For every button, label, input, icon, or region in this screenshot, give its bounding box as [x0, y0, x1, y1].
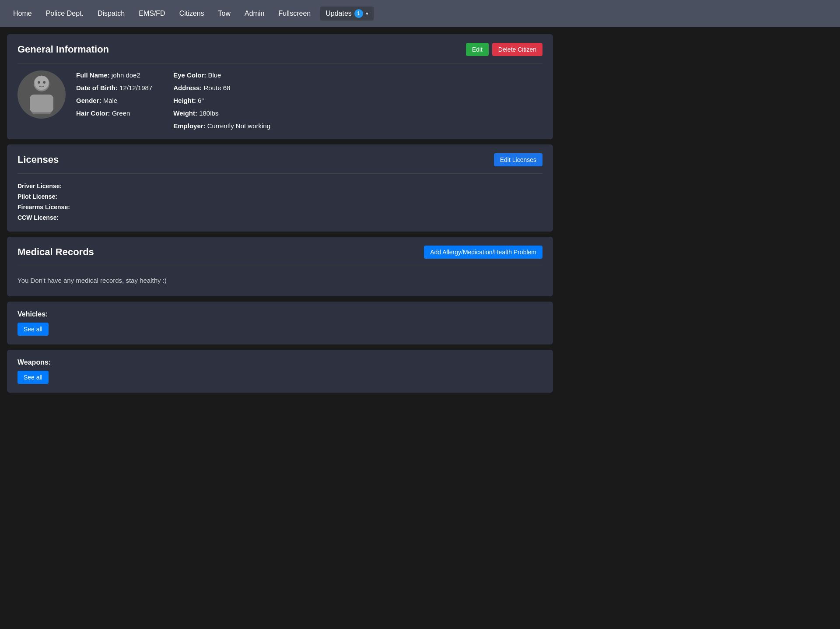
- updates-label: Updates: [326, 10, 352, 18]
- gender-label: Gender:: [76, 97, 102, 104]
- licenses-divider: [18, 173, 542, 174]
- employer-row: Employer: Currently Not working: [173, 121, 270, 130]
- nav-dispatch[interactable]: Dispatch: [91, 6, 131, 21]
- citizen-details: Full Name: john doe2 Date of Birth: 12/1…: [76, 70, 270, 130]
- driver-license-label: Driver License:: [18, 183, 62, 190]
- medical-header: Medical Records Add Allergy/Medication/H…: [18, 246, 542, 259]
- licenses-title: Licenses: [18, 154, 59, 165]
- employer-value: Currently Not working: [207, 122, 270, 130]
- updates-badge: 1: [354, 9, 363, 18]
- weight-row: Weight: 180lbs: [173, 109, 270, 118]
- licenses-header: Licenses Edit Licenses: [18, 153, 542, 166]
- updates-caret-icon: ▾: [366, 11, 368, 17]
- height-label: Height:: [173, 97, 196, 104]
- licenses-card: Licenses Edit Licenses Driver License: P…: [7, 144, 553, 232]
- address-value: Route 68: [203, 84, 230, 91]
- edit-citizen-button[interactable]: Edit: [466, 43, 489, 56]
- vehicles-see-all-button[interactable]: See all: [18, 323, 49, 336]
- full-name-value: john doe2: [112, 71, 140, 79]
- svg-rect-5: [30, 95, 53, 112]
- main-content: General Information Edit Delete Citizen: [0, 27, 560, 400]
- firearms-license-label: Firearms License:: [18, 204, 70, 211]
- nav-citizens[interactable]: Citizens: [173, 6, 210, 21]
- edit-licenses-button[interactable]: Edit Licenses: [494, 153, 542, 166]
- license-list: Driver License: Pilot License: Firearms …: [18, 181, 542, 223]
- general-info-actions: Edit Delete Citizen: [466, 43, 542, 56]
- weight-label: Weight:: [173, 109, 197, 117]
- svg-point-4: [43, 81, 46, 84]
- medical-title: Medical Records: [18, 246, 94, 258]
- driver-license-row: Driver License:: [18, 183, 542, 190]
- avatar-image: [22, 75, 61, 114]
- avatar: [18, 70, 66, 119]
- updates-dropdown[interactable]: Updates 1 ▾: [320, 7, 374, 21]
- employer-label: Employer:: [173, 122, 205, 130]
- weight-value: 180lbs: [199, 109, 218, 117]
- weapons-label: Weapons:: [18, 358, 542, 366]
- weapons-card: Weapons: See all: [7, 350, 553, 393]
- general-info-divider: [18, 63, 542, 63]
- svg-point-2: [35, 76, 49, 90]
- eye-label: Eye Color:: [173, 71, 206, 79]
- height-row: Height: 6": [173, 96, 270, 105]
- detail-column-left: Full Name: john doe2 Date of Birth: 12/1…: [76, 70, 152, 130]
- nav-home[interactable]: Home: [7, 6, 38, 21]
- medical-divider: [18, 266, 542, 266]
- ccw-license-row: CCW License:: [18, 214, 542, 221]
- gender-value: Male: [103, 97, 118, 104]
- nav-ems-fd[interactable]: EMS/FD: [133, 6, 171, 21]
- dob-row: Date of Birth: 12/12/1987: [76, 83, 152, 92]
- pilot-license-row: Pilot License:: [18, 193, 542, 200]
- nav-police-dept[interactable]: Police Dept.: [40, 6, 90, 21]
- navbar: Home Police Dept. Dispatch EMS/FD Citize…: [0, 0, 840, 27]
- nav-admin[interactable]: Admin: [238, 6, 270, 21]
- weapons-see-all-button[interactable]: See all: [18, 371, 49, 384]
- vehicles-label: Vehicles:: [18, 310, 542, 318]
- hair-value: Green: [112, 109, 130, 117]
- eye-value: Blue: [208, 71, 221, 79]
- general-info-card: General Information Edit Delete Citizen: [7, 34, 553, 139]
- address-row: Address: Route 68: [173, 83, 270, 92]
- detail-column-right: Eye Color: Blue Address: Route 68 Height…: [173, 70, 270, 130]
- vehicles-card: Vehicles: See all: [7, 302, 553, 344]
- add-medical-button[interactable]: Add Allergy/Medication/Health Problem: [424, 246, 542, 259]
- gender-row: Gender: Male: [76, 96, 152, 105]
- general-info-header: General Information Edit Delete Citizen: [18, 43, 542, 56]
- dob-value: 12/12/1987: [119, 84, 152, 91]
- svg-point-3: [38, 81, 40, 84]
- nav-fullscreen[interactable]: Fullscreen: [272, 6, 317, 21]
- general-info-title: General Information: [18, 44, 109, 55]
- full-name-row: Full Name: john doe2: [76, 70, 152, 80]
- address-label: Address:: [173, 84, 202, 91]
- pilot-license-label: Pilot License:: [18, 193, 57, 200]
- dob-label: Date of Birth:: [76, 84, 118, 91]
- delete-citizen-button[interactable]: Delete Citizen: [492, 43, 542, 56]
- firearms-license-row: Firearms License:: [18, 204, 542, 211]
- hair-row: Hair Color: Green: [76, 109, 152, 118]
- height-value: 6": [198, 97, 204, 104]
- full-name-label: Full Name:: [76, 71, 110, 79]
- ccw-license-label: CCW License:: [18, 214, 59, 221]
- hair-label: Hair Color:: [76, 109, 110, 117]
- medical-records-card: Medical Records Add Allergy/Medication/H…: [7, 237, 553, 296]
- medical-empty-message: You Don't have any medical records, stay…: [18, 273, 542, 288]
- citizen-info-container: Full Name: john doe2 Date of Birth: 12/1…: [18, 70, 542, 130]
- nav-tow[interactable]: Tow: [212, 6, 237, 21]
- eye-row: Eye Color: Blue: [173, 70, 270, 80]
